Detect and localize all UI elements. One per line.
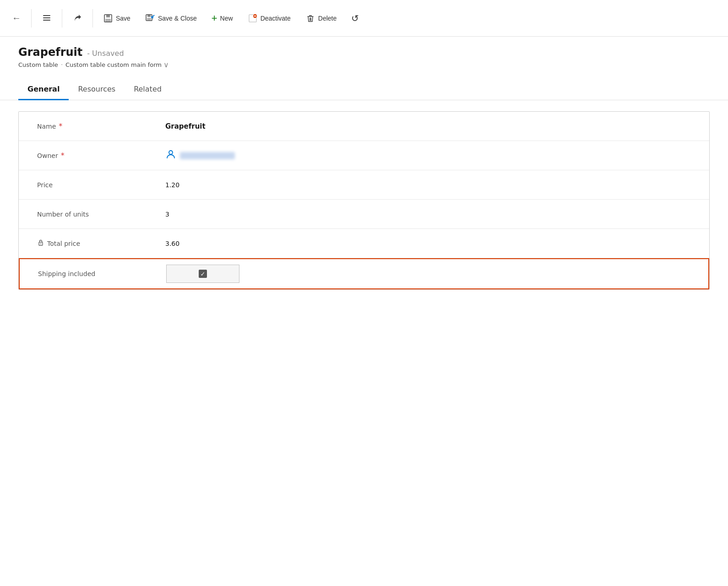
owner-required-star: *	[61, 151, 65, 160]
shipping-checkbox[interactable]	[199, 270, 207, 278]
field-row-owner: Owner *	[19, 141, 709, 170]
owner-person-icon	[165, 149, 176, 162]
unsaved-badge: - Unsaved	[87, 49, 124, 58]
name-value[interactable]: Grapefruit	[165, 122, 691, 130]
field-row-total-price: Total price 3.60	[19, 229, 709, 258]
lock-icon	[37, 239, 44, 248]
save-button[interactable]: Save	[97, 11, 137, 26]
svg-point-15	[40, 244, 41, 244]
back-button[interactable]: ←	[5, 10, 27, 26]
save-close-label: Save & Close	[158, 15, 197, 22]
record-title-row: Grapefruit - Unsaved	[18, 46, 710, 59]
new-label: New	[220, 15, 233, 22]
save-close-button[interactable]: Save & Close	[139, 11, 203, 26]
divider-3	[92, 9, 93, 27]
units-value[interactable]: 3	[165, 211, 691, 218]
divider-1	[31, 9, 32, 27]
back-icon: ←	[12, 13, 21, 23]
tabs-container: General Resources Related	[0, 79, 728, 100]
divider-2	[62, 9, 62, 27]
breadcrumb-chevron-icon: ∨	[163, 60, 169, 69]
deactivate-icon	[248, 13, 258, 23]
svg-point-13	[169, 151, 173, 154]
name-label: Name *	[37, 122, 165, 130]
breadcrumb-separator: ·	[61, 61, 63, 68]
svg-rect-7	[147, 15, 151, 17]
price-label: Price	[37, 181, 165, 189]
field-row-price: Price 1.20	[19, 170, 709, 200]
delete-button[interactable]: Delete	[299, 11, 343, 26]
refresh-button[interactable]: ↺	[345, 10, 365, 27]
record-name: Grapefruit	[18, 46, 82, 59]
shipping-checkbox-container[interactable]	[166, 265, 239, 283]
field-row-shipping: Shipping included	[19, 258, 709, 289]
owner-name-blurred	[180, 152, 235, 159]
breadcrumb: Custom table · Custom table custom main …	[18, 60, 710, 69]
owner-label: Owner *	[37, 151, 165, 160]
field-row-name: Name * Grapefruit	[19, 112, 709, 141]
breadcrumb-form-link[interactable]: Custom table custom main form ∨	[65, 60, 169, 69]
toolbar: ← Save	[0, 0, 728, 37]
svg-rect-0	[43, 15, 50, 16]
share-icon	[72, 13, 82, 23]
list-view-button[interactable]	[35, 11, 58, 26]
svg-rect-1	[43, 17, 50, 18]
share-button[interactable]	[66, 11, 89, 26]
shipping-value	[166, 265, 690, 283]
refresh-icon: ↺	[351, 13, 359, 24]
tab-resources[interactable]: Resources	[69, 79, 125, 100]
delete-icon	[305, 13, 315, 23]
tab-general[interactable]: General	[18, 79, 69, 100]
tab-related[interactable]: Related	[125, 79, 171, 100]
delete-label: Delete	[318, 15, 337, 22]
shipping-label: Shipping included	[38, 270, 166, 277]
breadcrumb-table-label: Custom table	[18, 61, 58, 68]
list-icon	[42, 13, 52, 23]
save-label: Save	[116, 15, 130, 22]
form-section: Name * Grapefruit Owner * Price 1	[18, 111, 710, 290]
breadcrumb-form-label: Custom table custom main form	[65, 61, 162, 68]
page-header: Grapefruit - Unsaved Custom table · Cust…	[0, 37, 728, 75]
name-required-star: *	[59, 122, 62, 130]
field-row-units: Number of units 3	[19, 200, 709, 229]
price-value[interactable]: 1.20	[165, 181, 691, 189]
new-icon: +	[212, 12, 217, 24]
deactivate-label: Deactivate	[261, 15, 291, 22]
svg-rect-5	[105, 19, 111, 22]
owner-value[interactable]	[165, 149, 691, 162]
svg-rect-4	[106, 15, 110, 17]
svg-rect-2	[43, 20, 50, 21]
deactivate-button[interactable]: Deactivate	[241, 11, 297, 26]
save-icon	[103, 13, 113, 23]
save-close-icon	[145, 13, 155, 23]
total-price-value: 3.60	[165, 240, 691, 247]
svg-rect-8	[147, 18, 151, 20]
breadcrumb-table-link[interactable]: Custom table	[18, 61, 58, 68]
units-label: Number of units	[37, 211, 165, 218]
total-price-label: Total price	[37, 239, 165, 248]
new-button[interactable]: + New	[205, 10, 239, 27]
